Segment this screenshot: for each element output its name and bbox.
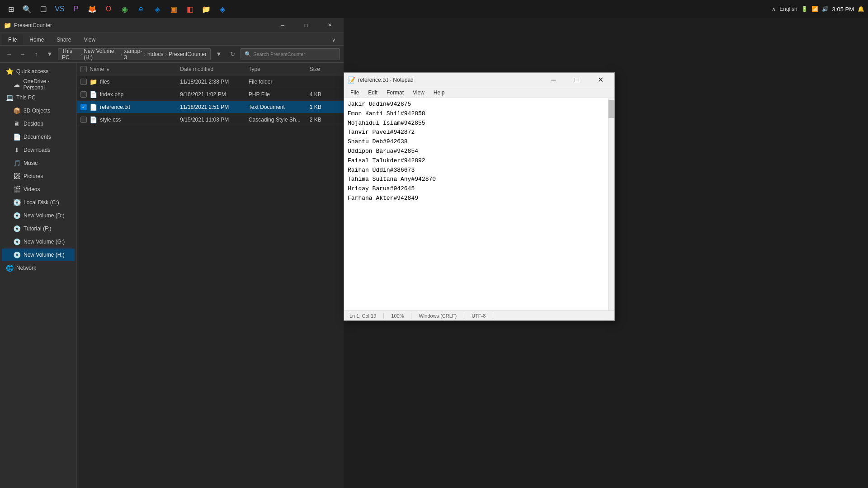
ribbon-tab-file[interactable]: File — [2, 34, 23, 45]
nav-back-button[interactable]: ← — [4, 49, 14, 60]
file-check-indexphp[interactable] — [80, 91, 87, 98]
address-refresh-button[interactable]: ↻ — [227, 49, 238, 60]
header-checkbox[interactable] — [80, 66, 87, 72]
quickaccess-icon: ⭐ — [5, 68, 14, 75]
file-row-files[interactable]: 📁 files 11/18/2021 2:38 PM File folder — [77, 75, 344, 88]
sidebar-item-videos[interactable]: 🎬 Videos — [2, 183, 75, 196]
notepad-menu-format[interactable]: Format — [382, 89, 408, 97]
nav-recent-button[interactable]: ▼ — [44, 49, 55, 60]
notepad-menu-edit[interactable]: Edit — [363, 89, 382, 97]
notepad-content[interactable]: Jakir Uddin#942875 Emon Kanti Shil#94285… — [344, 98, 614, 310]
sidebar-item-desktop[interactable]: 🖥 Desktop — [2, 117, 75, 130]
file-check-stylecss[interactable] — [80, 117, 87, 123]
sidebar-item-localdisk[interactable]: 💽 Local Disk (C:) — [2, 196, 75, 209]
taskbar-hidden-icons[interactable]: ∧ — [772, 6, 776, 12]
start-button[interactable]: ⊞ — [4, 2, 18, 16]
path-xampp[interactable]: xampp-3 — [124, 48, 142, 61]
explorer-minimize-button[interactable]: ─ — [272, 18, 293, 33]
file-explorer-window: 📁 PresentCounter ─ □ ✕ File Home Share V… — [0, 18, 344, 488]
explorer-body: ⭐ Quick access ☁ OneDrive - Personal 💻 T… — [0, 63, 344, 488]
sidebar-item-quickaccess[interactable]: ⭐ Quick access — [2, 65, 75, 78]
ribbon-expand-button[interactable]: ∨ — [326, 34, 342, 45]
address-dropdown-button[interactable]: ▼ — [213, 49, 224, 60]
file-list-header: Name ▲ Date modified Type Size — [77, 63, 344, 75]
nav-forward-button[interactable]: → — [17, 49, 28, 60]
sidebar-item-voldh[interactable]: 💿 New Volume (H:) — [2, 249, 75, 261]
task-view-button[interactable]: ❑ — [36, 2, 51, 16]
notepad-title: reference.txt - Notepad — [358, 77, 540, 83]
sidebar-label-quickaccess: Quick access — [16, 68, 48, 75]
sidebar-item-dvold[interactable]: 💿 New Volume (D:) — [2, 209, 75, 222]
column-name[interactable]: Name ▲ — [90, 66, 180, 72]
taskbar-ie-icon[interactable]: ◈ — [215, 2, 230, 16]
nav-up-button[interactable]: ↑ — [31, 49, 42, 60]
taskbar-english-label: English — [779, 6, 797, 12]
sidebar-item-documents[interactable]: 📄 Documents — [2, 131, 75, 143]
sidebar-item-3dobjects[interactable]: 📦 3D Objects — [2, 104, 75, 117]
file-row-stylecss[interactable]: 📄 style.css 9/15/2021 11:03 PM Cascading… — [77, 113, 344, 126]
path-htdocs[interactable]: htdocs — [147, 51, 163, 57]
sidebar-label-voldg: New Volume (G:) — [24, 239, 65, 245]
sidebar-item-thispc[interactable]: 💻 This PC — [2, 91, 75, 104]
path-thispc[interactable]: This PC — [62, 48, 78, 61]
taskbar-app3-icon[interactable]: ◧ — [183, 2, 197, 16]
sidebar: ⭐ Quick access ☁ OneDrive - Personal 💻 T… — [0, 63, 77, 488]
file-check-files[interactable] — [80, 79, 87, 85]
notepad-maximize-button[interactable]: □ — [566, 73, 587, 87]
notepad-close-button[interactable]: ✕ — [590, 73, 611, 87]
taskbar-phpstorm-icon[interactable]: P — [69, 2, 83, 16]
sidebar-item-tutorial[interactable]: 💿 Tutorial (F:) — [2, 222, 75, 235]
file-check-referencetxt[interactable]: ✓ — [80, 104, 87, 110]
ribbon-tab-home[interactable]: Home — [23, 34, 50, 45]
notepad-menu-file[interactable]: File — [346, 89, 363, 97]
column-date[interactable]: Date modified — [180, 66, 249, 72]
sidebar-item-pictures[interactable]: 🖼 Pictures — [2, 170, 75, 183]
tutorial-icon: 💿 — [13, 225, 21, 232]
path-presentcounter[interactable]: PresentCounter — [169, 51, 207, 57]
sidebar-item-onedrive[interactable]: ☁ OneDrive - Personal — [2, 78, 75, 91]
voldh-icon: 💿 — [13, 251, 21, 258]
explorer-maximize-button[interactable]: □ — [296, 18, 316, 33]
taskbar-edge-icon[interactable]: e — [134, 2, 148, 16]
sort-asc-icon: ▲ — [106, 67, 110, 71]
sidebar-item-network[interactable]: 🌐 Network — [2, 262, 75, 274]
taskbar-notification-icon[interactable]: 🔔 — [858, 6, 864, 12]
ribbon-tab-share[interactable]: Share — [50, 34, 77, 45]
taskbar-opera-icon[interactable]: O — [101, 2, 116, 16]
notepad-menu-help[interactable]: Help — [429, 89, 449, 97]
notepad-minimize-button[interactable]: ─ — [543, 73, 564, 87]
notepad-line-ending: Windows (CRLF) — [411, 313, 464, 319]
header-check[interactable] — [80, 66, 90, 72]
ribbon-tab-view[interactable]: View — [77, 34, 102, 45]
file-size-referencetxt: 1 KB — [310, 104, 340, 110]
explorer-title: PresentCounter — [14, 22, 269, 28]
column-size[interactable]: Size — [310, 66, 340, 72]
onedrive-icon: ☁ — [13, 81, 20, 88]
notepad-menu-view[interactable]: View — [408, 89, 429, 97]
file-row-referencetxt[interactable]: ✓ 📄 reference.txt 11/18/2021 2:51 PM Tex… — [77, 101, 344, 113]
sidebar-label-dvold: New Volume (D:) — [24, 212, 65, 219]
file-type-referencetxt: Text Document — [249, 104, 310, 110]
search-box[interactable]: 🔍 Search PresentCounter — [241, 48, 340, 60]
address-path[interactable]: This PC › New Volume (H:) › xampp-3 › ht… — [58, 48, 211, 60]
sidebar-label-onedrive: OneDrive - Personal — [23, 78, 71, 91]
referencetxt-icon: 📄 — [90, 103, 97, 111]
search-button[interactable]: 🔍 — [20, 2, 34, 16]
taskbar-chrome-icon[interactable]: ◉ — [118, 2, 132, 16]
explorer-close-button[interactable]: ✕ — [319, 18, 340, 33]
file-row-indexphp[interactable]: 📄 index.php 9/16/2021 1:02 PM PHP File 4… — [77, 88, 344, 101]
taskbar-volume-icon[interactable]: 🔊 — [822, 6, 829, 12]
column-type[interactable]: Type — [249, 66, 310, 72]
taskbar-app1-icon[interactable]: ◈ — [150, 2, 165, 16]
sidebar-item-music[interactable]: 🎵 Music — [2, 157, 75, 169]
path-drive[interactable]: New Volume (H:) — [84, 48, 118, 61]
notepad-scroll-thumb[interactable] — [609, 100, 614, 118]
notepad-scrollbar[interactable] — [608, 98, 614, 310]
taskbar-app2-icon[interactable]: ▣ — [166, 2, 181, 16]
taskbar-file-explorer-icon[interactable]: 📁 — [199, 2, 213, 16]
taskbar-vscode-icon[interactable]: VS — [52, 2, 67, 16]
sidebar-item-voldg[interactable]: 💿 New Volume (G:) — [2, 235, 75, 248]
sidebar-item-downloads[interactable]: ⬇ Downloads — [2, 144, 75, 156]
taskbar-time[interactable]: 3:05 PM — [832, 6, 854, 13]
taskbar-firefox-icon[interactable]: 🦊 — [85, 2, 99, 16]
